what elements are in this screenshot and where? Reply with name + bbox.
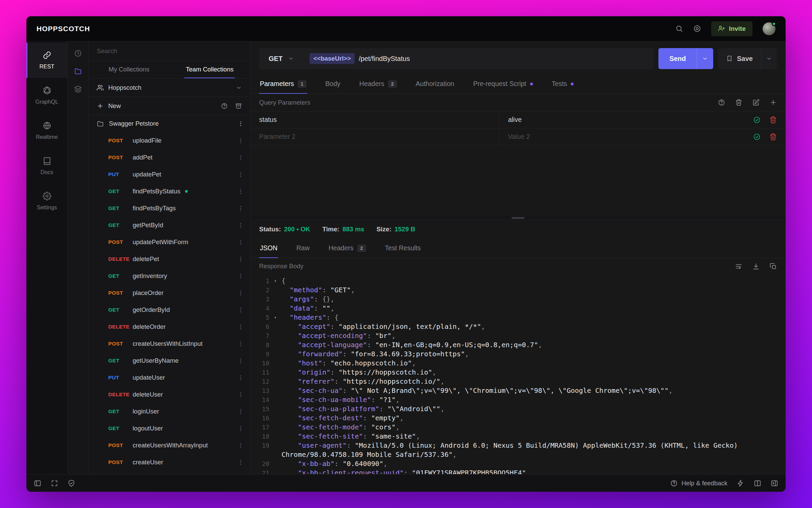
wrap-lines-button[interactable]	[735, 263, 742, 270]
history-button[interactable]	[74, 49, 82, 57]
url-box[interactable]: GET <<baseUrl>> /pet/findByStatus	[259, 48, 654, 69]
request-menu-icon[interactable]	[238, 137, 244, 144]
request-menu-icon[interactable]	[238, 154, 244, 161]
tab[interactable]: Tests	[551, 75, 574, 94]
method-select[interactable]: GET	[259, 48, 303, 69]
request-item[interactable]: GET getInventory	[89, 268, 250, 284]
collections-button[interactable]	[74, 67, 82, 75]
request-item[interactable]: PUT updateUser	[89, 369, 250, 386]
toggle-right-panel-button[interactable]	[771, 480, 778, 487]
request-menu-icon[interactable]	[238, 256, 244, 262]
request-item[interactable]: GET logoutUser	[89, 420, 250, 437]
param-value-input[interactable]: alive	[499, 116, 753, 124]
param-value-input[interactable]: Value 2	[499, 133, 753, 141]
pane-resizer[interactable]	[250, 216, 786, 220]
params-help-button[interactable]	[718, 99, 725, 106]
download-response-button[interactable]	[752, 263, 760, 270]
sidebar-item-realtime[interactable]: Realtime	[26, 113, 67, 148]
response-code[interactable]: 1 ▾ { 2 "method": "GET", 3 "args": {}, 4…	[250, 274, 786, 474]
request-menu-icon[interactable]	[238, 375, 244, 381]
sidebar-item-settings[interactable]: Settings	[26, 184, 67, 219]
param-toggle-button[interactable]	[753, 133, 761, 141]
folder-menu-icon[interactable]	[238, 121, 244, 127]
team-selector[interactable]: Hoppscotch	[89, 79, 250, 97]
search-button[interactable]	[675, 25, 683, 33]
collections-search[interactable]	[89, 41, 250, 61]
collection-folder[interactable]: Swagger Petstore	[89, 115, 250, 132]
request-item[interactable]: POST placeOrder	[89, 284, 250, 301]
copy-response-button[interactable]	[770, 263, 777, 270]
request-item[interactable]: POST uploadFile	[89, 132, 250, 149]
environments-button[interactable]	[74, 85, 82, 93]
request-item[interactable]: DELETE deletePet	[89, 251, 250, 268]
fold-arrow-icon[interactable]: ▾	[269, 313, 281, 322]
request-item[interactable]: POST updatePetWithForm	[89, 234, 250, 251]
import-export-button[interactable]	[235, 103, 242, 109]
request-item[interactable]: GET findPetsByStatus	[89, 183, 250, 200]
tab[interactable]: JSON	[259, 239, 278, 258]
request-item[interactable]: POST createUser	[89, 454, 250, 471]
tab[interactable]: Parameters 1	[259, 75, 307, 94]
params-clear-all-button[interactable]	[735, 99, 742, 106]
request-menu-icon[interactable]	[238, 290, 244, 296]
save-button[interactable]: Save	[718, 48, 761, 69]
request-menu-icon[interactable]	[238, 307, 244, 313]
request-menu-icon[interactable]	[238, 358, 244, 364]
sidebar-item-graphql[interactable]: GraphQL	[26, 78, 67, 113]
request-menu-icon[interactable]	[238, 442, 244, 449]
avatar[interactable]	[763, 22, 775, 35]
request-item[interactable]: POST createUsersWithListInput	[89, 335, 250, 352]
request-item[interactable]: DELETE deleteOrder	[89, 318, 250, 335]
param-key-input[interactable]: status	[250, 111, 499, 128]
url-input[interactable]: <<baseUrl>> /pet/findByStatus	[303, 53, 416, 64]
request-menu-icon[interactable]	[238, 459, 244, 466]
request-item[interactable]: POST createUsersWithArrayInput	[89, 437, 250, 454]
search-input[interactable]	[97, 47, 242, 55]
sidebar-item-docs[interactable]: Docs	[26, 148, 67, 184]
request-menu-icon[interactable]	[238, 425, 244, 432]
request-menu-icon[interactable]	[238, 324, 244, 330]
request-menu-icon[interactable]	[238, 239, 244, 246]
request-menu-icon[interactable]	[238, 171, 244, 178]
tab-my-collections[interactable]: My Collections	[89, 61, 170, 78]
new-label[interactable]: New	[108, 102, 121, 110]
request-item[interactable]: GET getPetById	[89, 217, 250, 234]
interceptor-button[interactable]	[68, 480, 75, 487]
request-menu-icon[interactable]	[238, 205, 244, 212]
request-menu-icon[interactable]	[238, 273, 244, 279]
support-button[interactable]	[693, 25, 701, 33]
request-item[interactable]: GET getOrderById	[89, 301, 250, 318]
param-delete-button[interactable]	[769, 133, 777, 141]
save-options-button[interactable]	[761, 48, 777, 69]
send-options-button[interactable]	[697, 48, 713, 69]
params-bulk-edit-button[interactable]	[752, 99, 760, 106]
tab[interactable]: Raw	[296, 239, 310, 258]
tab-team-collections[interactable]: Team Collections	[170, 61, 250, 78]
param-delete-button[interactable]	[769, 116, 777, 124]
tab[interactable]: Pre-request Script	[472, 75, 533, 94]
collection-folder-partial[interactable]	[89, 471, 250, 474]
request-item[interactable]: GET loginUser	[89, 403, 250, 420]
request-menu-icon[interactable]	[238, 188, 244, 195]
expand-button[interactable]	[51, 480, 58, 487]
params-add-button[interactable]	[770, 99, 777, 106]
toggle-sidebar-button[interactable]	[34, 480, 41, 487]
sidebar-item-rest[interactable]: REST	[26, 43, 67, 78]
invite-button[interactable]: Invite	[711, 21, 752, 36]
toggle-columns-button[interactable]	[754, 480, 761, 487]
shortcuts-button[interactable]	[737, 480, 744, 487]
collection-tree[interactable]: Swagger Petstore POST uploadFile POST ad…	[89, 115, 250, 474]
tab[interactable]: Authorization	[415, 75, 455, 94]
request-item[interactable]: GET findPetsByTags	[89, 200, 250, 217]
tab[interactable]: Headers 2	[328, 239, 367, 258]
param-key-input[interactable]: Parameter 2	[250, 128, 499, 145]
tab[interactable]: Body	[325, 75, 341, 94]
tab[interactable]: Test Results	[384, 239, 422, 258]
request-menu-icon[interactable]	[238, 222, 244, 229]
param-toggle-button[interactable]	[753, 116, 761, 124]
help-feedback-button[interactable]: Help & feedback	[670, 480, 727, 487]
request-item[interactable]: PUT updatePet	[89, 166, 250, 183]
request-menu-icon[interactable]	[238, 408, 244, 415]
request-menu-icon[interactable]	[238, 391, 244, 398]
request-menu-icon[interactable]	[238, 341, 244, 347]
